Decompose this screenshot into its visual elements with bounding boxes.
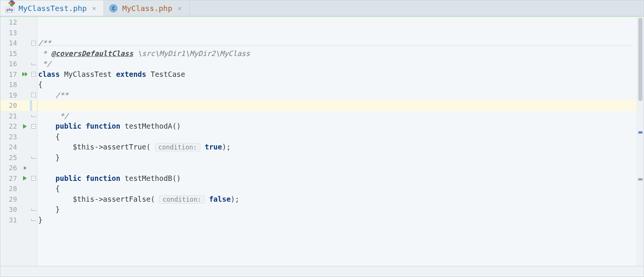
code-line[interactable]: /**: [37, 38, 637, 48]
fold-toggle-icon[interactable]: −: [30, 121, 37, 132]
code-line[interactable]: public function testMethodB(): [37, 173, 637, 184]
code-line[interactable]: }: [37, 215, 637, 226]
line-number[interactable]: 17: [0, 69, 21, 80]
gutter-marker-empty[interactable]: [21, 90, 30, 101]
fold-gutter-empty[interactable]: [30, 28, 37, 38]
editor-scrollbar[interactable]: ✓: [637, 17, 644, 266]
code-line[interactable]: class MyClassTest extends TestCase: [37, 69, 637, 80]
code-editor[interactable]: 1213141516171819202122232425262728293031…: [0, 16, 644, 266]
scrollbar-marker[interactable]: [638, 178, 642, 181]
fold-gutter-empty[interactable]: [30, 194, 37, 205]
line-number[interactable]: 15: [0, 48, 21, 59]
line-number[interactable]: 19: [0, 90, 21, 101]
fold-gutter-empty[interactable]: [30, 142, 37, 153]
gutter-fold-markers[interactable]: −−−−−: [30, 17, 37, 266]
code-line[interactable]: public function testMethodA(): [37, 121, 637, 132]
gutter-marker-empty[interactable]: [21, 59, 30, 69]
fold-gutter-empty[interactable]: [30, 48, 37, 59]
code-line[interactable]: [37, 28, 637, 38]
gutter-marker-empty[interactable]: [21, 48, 30, 59]
scrollbar-thumb[interactable]: [638, 18, 642, 101]
fold-gutter-empty[interactable]: [30, 79, 37, 90]
fold-toggle-icon[interactable]: −: [30, 173, 37, 184]
gutter-marker-empty[interactable]: [21, 79, 30, 90]
close-tab-icon[interactable]: ×: [91, 5, 98, 12]
fold-gutter-empty[interactable]: [30, 184, 37, 194]
gutter-marker-empty[interactable]: [21, 142, 30, 153]
svg-marker-1: [25, 72, 28, 76]
line-number[interactable]: 16: [0, 59, 21, 69]
gutter-marker-empty[interactable]: [21, 28, 30, 38]
collapsed-region-icon[interactable]: [21, 163, 30, 173]
code-area[interactable]: /** * @coversDefaultClass \src\MyDir1\My…: [37, 17, 637, 266]
inline-hint: condition:: [159, 195, 204, 204]
gutter-marker-empty[interactable]: [21, 38, 30, 48]
code-line[interactable]: }: [37, 153, 637, 163]
fold-toggle-icon[interactable]: −: [30, 69, 37, 80]
editor-tab-myclass[interactable]: C MyClass.php ×: [104, 0, 189, 16]
fold-toggle-icon[interactable]: −: [30, 90, 37, 101]
code-line[interactable]: * @coversDefaultClass \src\MyDir1\MyDir2…: [37, 48, 637, 59]
fold-end-icon[interactable]: [30, 111, 37, 121]
svg-marker-2: [23, 124, 27, 129]
line-number[interactable]: 24: [0, 142, 21, 153]
line-number[interactable]: 20: [0, 100, 21, 111]
code-line[interactable]: {: [37, 184, 637, 194]
code-line[interactable]: {: [37, 132, 637, 142]
code-line[interactable]: }: [37, 204, 637, 215]
svg-marker-3: [24, 166, 27, 170]
class-file-icon: C: [108, 4, 118, 12]
line-number[interactable]: 29: [0, 194, 21, 205]
line-number[interactable]: 18: [0, 79, 21, 90]
run-class-icon[interactable]: [21, 69, 30, 80]
code-line[interactable]: {: [37, 79, 637, 90]
code-line[interactable]: $this->assertFalse( condition: false);: [37, 194, 637, 205]
gutter-marker-empty[interactable]: [21, 215, 30, 226]
fold-end-icon[interactable]: [30, 215, 37, 226]
gutter-marker-empty[interactable]: [21, 153, 30, 163]
line-number[interactable]: 28: [0, 184, 21, 194]
line-number[interactable]: 23: [0, 132, 21, 142]
gutter-marker-empty[interactable]: [21, 17, 30, 28]
editor-tab-myclasstest[interactable]: php MyClassTest.php ×: [0, 0, 104, 16]
fold-gutter-empty[interactable]: [30, 163, 37, 173]
line-number[interactable]: 26: [0, 163, 21, 173]
editor-tab-bar: php MyClassTest.php × C MyClass.php ×: [0, 0, 644, 16]
fold-end-icon[interactable]: [30, 59, 37, 69]
line-number[interactable]: 14: [0, 38, 21, 48]
gutter-marker-empty[interactable]: [21, 194, 30, 205]
line-number-gutter[interactable]: 1213141516171819202122232425262728293031: [0, 17, 21, 266]
scrollbar-marker[interactable]: [638, 131, 642, 134]
gutter-marker-empty[interactable]: [21, 132, 30, 142]
fold-end-icon[interactable]: [30, 204, 37, 215]
fold-toggle-icon[interactable]: −: [30, 38, 37, 48]
inline-hint: condition:: [155, 143, 200, 151]
run-test-icon[interactable]: [21, 173, 30, 184]
code-line[interactable]: /**: [37, 90, 637, 101]
line-number[interactable]: 12: [0, 17, 21, 28]
line-number[interactable]: 31: [0, 215, 21, 226]
code-line[interactable]: */: [37, 111, 637, 121]
run-test-icon[interactable]: [21, 121, 30, 132]
line-number[interactable]: 21: [0, 111, 21, 121]
code-line[interactable]: $this->assertTrue( condition: true);: [37, 142, 637, 153]
line-number[interactable]: 25: [0, 153, 21, 163]
fold-end-icon[interactable]: [30, 153, 37, 163]
fold-gutter-empty[interactable]: [30, 17, 37, 28]
gutter-run-markers[interactable]: [21, 17, 30, 266]
line-number[interactable]: 22: [0, 121, 21, 132]
gutter-marker-empty[interactable]: [21, 204, 30, 215]
fold-gutter-empty[interactable]: [30, 132, 37, 142]
svg-marker-4: [23, 176, 27, 181]
code-line[interactable]: [37, 163, 637, 173]
code-line[interactable]: */: [37, 59, 637, 69]
line-number[interactable]: 13: [0, 28, 21, 38]
gutter-marker-empty[interactable]: [21, 111, 30, 121]
line-number[interactable]: 27: [0, 173, 21, 184]
close-tab-icon[interactable]: ×: [176, 5, 183, 12]
code-line-cursor[interactable]: *: [37, 100, 637, 111]
gutter-marker-empty[interactable]: [21, 100, 30, 111]
line-number[interactable]: 30: [0, 204, 21, 215]
gutter-marker-empty[interactable]: [21, 184, 30, 194]
code-line[interactable]: [37, 17, 637, 28]
